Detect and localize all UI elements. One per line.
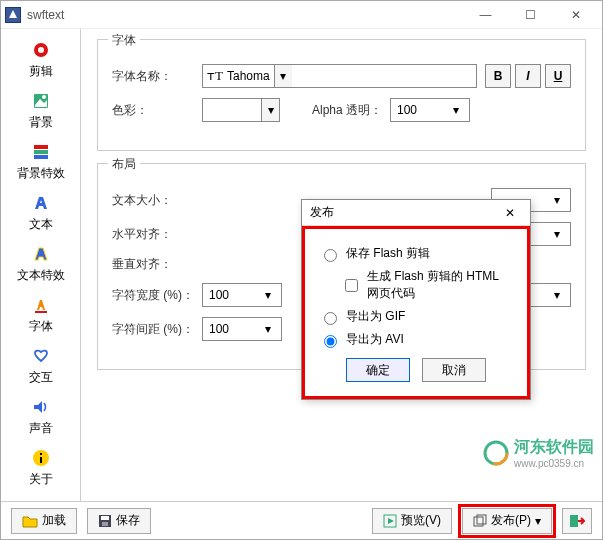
- alpha-spinner[interactable]: 100 ▾: [390, 98, 470, 122]
- font-group: 字体 字体名称： ᴛT Tahoma ▾ B I U 色彩：: [97, 39, 586, 151]
- color-label: 色彩：: [112, 102, 202, 119]
- charwidth-spinner[interactable]: 100▾: [202, 283, 282, 307]
- clip-icon: [30, 39, 52, 61]
- window-close-button[interactable]: ✕: [553, 3, 598, 27]
- svg-rect-18: [102, 522, 108, 526]
- font-glyph-icon: ᴛT: [207, 68, 223, 84]
- sidebar-item-background-effect[interactable]: 背景特效: [10, 137, 72, 186]
- text-effect-icon: [30, 243, 52, 265]
- sidebar-item-sound[interactable]: 声音: [10, 392, 72, 441]
- svg-rect-12: [40, 453, 42, 455]
- font-name-label: 字体名称：: [112, 68, 202, 85]
- dialog-cancel-button[interactable]: 取消: [422, 358, 486, 382]
- text-icon: [30, 192, 52, 214]
- sidebar-item-font[interactable]: 字体: [10, 290, 72, 339]
- svg-rect-6: [34, 150, 48, 154]
- font-name-combobox[interactable]: ᴛT Tahoma ▾: [202, 64, 477, 88]
- chevron-down-icon: ▾: [261, 99, 279, 121]
- interaction-icon: [30, 345, 52, 367]
- load-button[interactable]: 加载: [11, 508, 77, 534]
- exit-icon: [569, 513, 585, 529]
- option-export-avi[interactable]: 导出为 AVI: [319, 331, 513, 348]
- window-maximize-button[interactable]: ☐: [508, 3, 553, 27]
- option-generate-html[interactable]: 生成 Flash 剪辑的 HTML 网页代码: [341, 268, 513, 302]
- bold-button[interactable]: B: [485, 64, 511, 88]
- underline-button[interactable]: U: [545, 64, 571, 88]
- halign-label: 水平对齐：: [112, 226, 202, 243]
- svg-rect-5: [34, 145, 48, 149]
- svg-point-4: [42, 95, 46, 99]
- sound-icon: [30, 396, 52, 418]
- charspace-label: 字符间距 (%)：: [112, 321, 202, 338]
- radio-save-flash[interactable]: [324, 249, 337, 262]
- app-icon: [5, 7, 21, 23]
- background-icon: [30, 90, 52, 112]
- svg-rect-23: [570, 515, 578, 527]
- svg-rect-22: [477, 515, 486, 524]
- checkbox-generate-html[interactable]: [345, 279, 358, 292]
- svg-point-1: [38, 47, 44, 53]
- charspace-spinner[interactable]: 100▾: [202, 317, 282, 341]
- text-size-label: 文本大小：: [112, 192, 202, 209]
- dialog-title: 发布: [310, 204, 334, 221]
- save-button[interactable]: 保存: [87, 508, 151, 534]
- dialog-close-button[interactable]: ✕: [498, 206, 522, 220]
- valign-label: 垂直对齐：: [112, 256, 202, 273]
- bottom-toolbar: 加载 保存 预览(V) 发布(P) ▾: [1, 501, 602, 539]
- radio-export-avi[interactable]: [324, 335, 337, 348]
- publish-icon: [473, 514, 487, 528]
- about-icon: [30, 447, 52, 469]
- main-panel: 字体 字体名称： ᴛT Tahoma ▾ B I U 色彩：: [81, 29, 602, 501]
- titlebar: swftext — ☐ ✕: [1, 1, 602, 29]
- dialog-titlebar: 发布 ✕: [302, 200, 530, 226]
- option-export-gif[interactable]: 导出为 GIF: [319, 308, 513, 325]
- svg-rect-21: [474, 517, 483, 526]
- publish-dialog: 发布 ✕ 保存 Flash 剪辑 生成 Flash 剪辑的 HTML 网页代码 …: [301, 199, 531, 400]
- chevron-down-icon: ▾: [274, 65, 292, 87]
- app-window: swftext — ☐ ✕ 剪辑 背景 背景特效 文本: [0, 0, 603, 540]
- exit-button[interactable]: [562, 508, 592, 534]
- font-name-value: Tahoma: [227, 69, 270, 83]
- sidebar-item-background[interactable]: 背景: [10, 86, 72, 135]
- font-icon: [30, 294, 52, 316]
- sidebar-item-clip[interactable]: 剪辑: [10, 35, 72, 84]
- font-group-legend: 字体: [108, 32, 140, 49]
- italic-button[interactable]: I: [515, 64, 541, 88]
- sidebar-item-text-effect[interactable]: 文本特效: [10, 239, 72, 288]
- svg-marker-9: [34, 401, 42, 413]
- chevron-down-icon: ▾: [453, 103, 469, 117]
- svg-rect-17: [101, 516, 109, 520]
- window-title: swftext: [27, 8, 64, 22]
- watermark-logo-icon: [482, 439, 510, 467]
- preview-button[interactable]: 预览(V): [372, 508, 452, 534]
- sidebar-item-interaction[interactable]: 交互: [10, 341, 72, 390]
- folder-open-icon: [22, 514, 38, 528]
- layout-group-legend: 布局: [108, 156, 140, 173]
- svg-rect-11: [40, 457, 42, 463]
- sidebar-item-text[interactable]: 文本: [10, 188, 72, 237]
- radio-export-gif[interactable]: [324, 312, 337, 325]
- publish-button[interactable]: 发布(P) ▾: [462, 508, 552, 534]
- watermark: 河东软件园 www.pc0359.cn: [482, 437, 594, 469]
- background-effect-icon: [30, 141, 52, 163]
- chevron-down-icon: ▾: [535, 514, 541, 528]
- option-save-flash[interactable]: 保存 Flash 剪辑: [319, 245, 513, 262]
- save-icon: [98, 514, 112, 528]
- sidebar: 剪辑 背景 背景特效 文本 文本特效 字体: [1, 29, 81, 501]
- svg-marker-15: [23, 517, 37, 527]
- color-picker[interactable]: ▾: [202, 98, 280, 122]
- svg-rect-7: [34, 155, 48, 159]
- svg-rect-8: [35, 311, 47, 313]
- dialog-body: 保存 Flash 剪辑 生成 Flash 剪辑的 HTML 网页代码 导出为 G…: [302, 226, 530, 399]
- window-minimize-button[interactable]: —: [463, 3, 508, 27]
- alpha-label: Alpha 透明：: [310, 102, 390, 119]
- svg-marker-20: [388, 518, 394, 524]
- charwidth-label: 字符宽度 (%)：: [112, 287, 202, 304]
- preview-icon: [383, 514, 397, 528]
- sidebar-item-about[interactable]: 关于: [10, 443, 72, 492]
- dialog-ok-button[interactable]: 确定: [346, 358, 410, 382]
